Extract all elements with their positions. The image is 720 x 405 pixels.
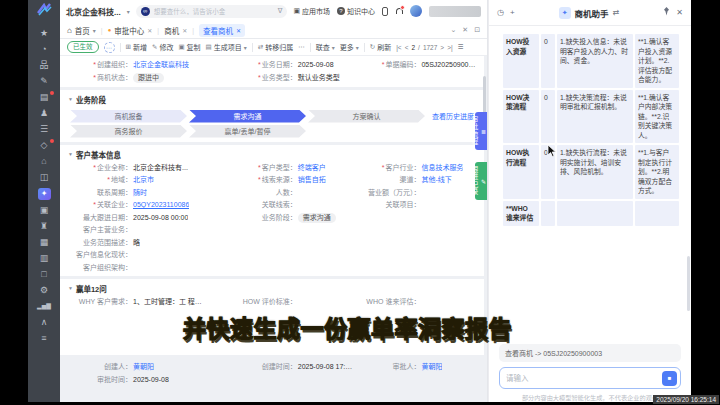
id-card-icon[interactable]: ▥ — [36, 253, 52, 264]
favorites-icon[interactable]: ★ — [36, 28, 52, 39]
history-clock-icon[interactable]: ◷ — [497, 8, 504, 17]
toolbar-more-dots-button[interactable]: ⋯ — [298, 43, 305, 51]
prev-page-button[interactable]: < — [405, 44, 409, 51]
lead-source-link[interactable]: 销售自拓 — [297, 175, 326, 185]
close-icon[interactable]: ✕ — [147, 27, 152, 34]
collapse-icon[interactable]: ⌄ — [450, 26, 456, 34]
channel-link[interactable]: 其他-线下 — [420, 175, 451, 185]
grid-apps-icon[interactable]: ▦ — [36, 237, 52, 248]
close-panel-icon[interactable]: ✕ — [676, 8, 683, 17]
new-button[interactable]: ⊞新增 — [126, 42, 147, 52]
tab-home[interactable]: ⌂ 首页 ▾ — [67, 25, 96, 36]
generate-project-button[interactable]: ▤生成项目▾ — [206, 42, 247, 52]
field-opportunity-status: *商机状态： 跟进中 — [66, 73, 231, 83]
mobile-icon[interactable] — [382, 7, 388, 16]
record-content[interactable]: *创建组织： 北京企金联赢科技 *业务日期： 2025-09-08 *单据编码：… — [60, 56, 487, 405]
why-value: 1、工时管理：工 程日志及工时日报 2、文档管理： 档统一归档 3、资产管理： … — [132, 297, 204, 306]
close-icon[interactable]: ✕ — [236, 27, 241, 34]
chevron-down-icon[interactable]: ▾ — [127, 8, 130, 15]
section-header-stages[interactable]: ▼ 业务阶段 — [66, 92, 478, 108]
knowledge-center-link[interactable]: ? 知识中心 — [337, 6, 375, 16]
brand-logo-icon[interactable] — [36, 3, 52, 19]
shield-icon[interactable]: ◇ — [36, 140, 52, 151]
tab-approval-center[interactable]: ● 审批中心 ✕ — [108, 25, 153, 36]
chevron-up-icon[interactable]: ∧ — [36, 317, 52, 328]
customer-type-link[interactable]: 终端客户 — [297, 163, 326, 173]
file-icon[interactable]: □ — [36, 269, 52, 280]
transfer-owner-button[interactable]: ⇄转移归属 — [258, 42, 293, 52]
pin-icon[interactable] — [663, 7, 670, 18]
stage-quotation[interactable]: 商务报价 — [70, 125, 187, 138]
refresh-icon: ↻ — [370, 43, 375, 51]
fullscreen-icon[interactable]: ⊡ — [474, 26, 480, 34]
stop-generate-button[interactable]: ■ — [662, 371, 677, 386]
close-pane-icon[interactable]: ✕ — [462, 26, 468, 34]
section-header-win12[interactable]: ▼ 赢单12问 — [66, 281, 478, 297]
context-chip[interactable]: 查看商机 -> 05SJ20250900003 — [499, 344, 681, 362]
field-value: 2025-09-08 — [132, 375, 169, 385]
link-query-button[interactable]: 联查▾ — [316, 42, 335, 52]
store-icon[interactable]: ⌂ — [36, 156, 52, 167]
tab-opportunity[interactable]: 商机 ✕ — [164, 25, 187, 36]
field-lead-source: *线索来源：销售自拓 — [231, 175, 355, 185]
close-icon[interactable]: ✕ — [182, 27, 187, 34]
tab-view-opportunity[interactable]: 查看商机 ✕ — [199, 24, 245, 37]
refresh-button[interactable]: ↻刷新 — [370, 42, 391, 52]
view-history-link[interactable]: 查看历史进度 — [432, 111, 474, 121]
bank-icon[interactable]: ♜ — [36, 221, 52, 232]
stage-report[interactable]: 商机报备 — [70, 110, 187, 123]
next-page-button[interactable]: > — [440, 44, 444, 51]
app-market-link[interactable]: ▣ 应用市场 — [293, 6, 330, 16]
customer-industry-link[interactable]: 信息技术服务 — [420, 163, 463, 173]
contact-cycle-link[interactable]: 随时 — [132, 188, 147, 198]
side-tab-follow-record[interactable]: ✎ 跟进记录 — [475, 162, 487, 200]
required-mark: * — [93, 61, 96, 68]
chevron-down-icon: ▾ — [356, 44, 359, 51]
ai-scrollbar[interactable] — [687, 256, 690, 311]
user-icon[interactable]: ♟ — [36, 108, 52, 119]
bell-icon[interactable] — [395, 7, 403, 15]
layers-icon[interactable]: ☰ — [36, 124, 52, 135]
region-link[interactable]: 北京市 — [132, 175, 154, 185]
org-chart-icon[interactable]: 品 — [36, 60, 52, 71]
filter-icon[interactable]: ∇ — [278, 7, 283, 15]
copy-button[interactable]: ▣复制 — [178, 42, 200, 52]
new-chat-icon[interactable]: + — [510, 8, 515, 17]
more-button[interactable]: 更多▾ — [340, 42, 359, 52]
modify-button[interactable]: ✎修改 — [152, 42, 173, 52]
ai-assistant-icon[interactable]: ✦ — [38, 188, 51, 200]
company-selector[interactable]: 北京企金科技... — [66, 6, 121, 17]
field-label: *业务类型： — [231, 73, 297, 83]
avatar[interactable] — [410, 5, 422, 17]
box-icon[interactable]: ◫ — [36, 172, 52, 183]
last-page-button[interactable]: >| — [447, 44, 452, 51]
stage-close[interactable]: 赢单/丢单/暂停 — [189, 125, 306, 138]
create-org-link[interactable]: 北京企金联赢科技 — [132, 60, 189, 70]
side-tab-approval-flow[interactable]: ≣ 审批流程 — [475, 112, 487, 150]
search-input[interactable] — [154, 8, 274, 15]
first-page-button[interactable]: |< — [396, 44, 401, 51]
drawer-icon[interactable]: ≡ — [36, 333, 52, 344]
field-value: 默认业务类型 — [297, 73, 340, 83]
dashboard-icon[interactable]: ◔ — [36, 44, 52, 55]
stage-requirement[interactable]: 需求沟通 — [189, 110, 306, 123]
image-card-icon[interactable]: ▣ — [36, 205, 52, 216]
briefcase-icon[interactable]: ▤ — [36, 92, 52, 103]
switch-agent-icon[interactable]: ⇄ — [613, 8, 620, 17]
bar-chart-icon[interactable]: ▂▅▇ — [36, 301, 52, 312]
ai-input-box[interactable]: ■ — [499, 367, 681, 389]
ai-chat-body[interactable]: HOW投入资源 0 1.缺失投入信息：未说明客户投入的人力、时间、资金。 **1… — [489, 26, 691, 340]
link-query-label: 联查 — [316, 42, 330, 52]
creator-link[interactable]: 黄朝阳 — [132, 362, 154, 372]
list-view-button[interactable]: ☰ — [458, 43, 464, 51]
gear-icon[interactable]: ⚙ — [36, 285, 52, 296]
topbar-right-group: ▣ 应用市场 ? 知识中心 — [293, 5, 481, 17]
ai-message-input[interactable] — [506, 374, 658, 383]
stage-solution[interactable]: 方案确认 — [308, 110, 425, 123]
global-search[interactable]: ∞ ∇ — [136, 5, 288, 18]
section-header-customer[interactable]: ▼ 客户基本信息 — [66, 147, 478, 163]
more-status-button[interactable]: ⋯ — [104, 42, 115, 53]
approver-link[interactable]: 黄朝阳 — [420, 362, 442, 372]
related-company-link[interactable]: 05QY2023110086 — [132, 200, 189, 210]
approval-edit-icon[interactable]: ✎ — [36, 76, 52, 87]
